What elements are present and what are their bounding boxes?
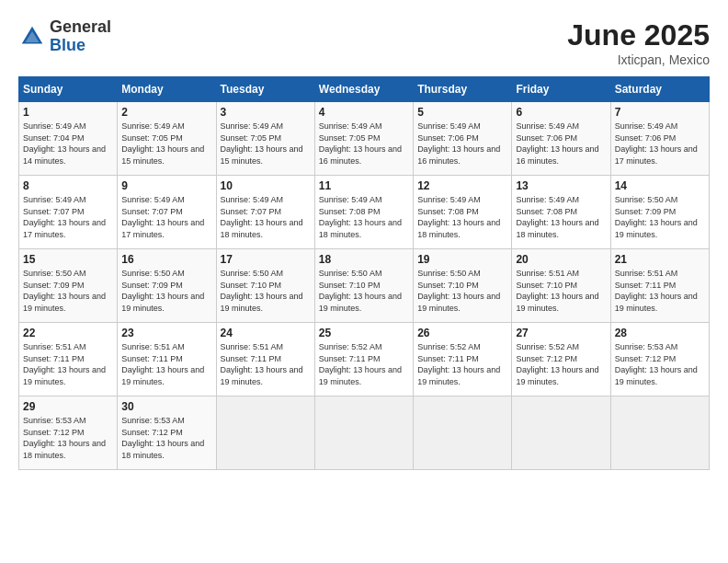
logo-icon [18,23,46,51]
calendar-cell: 12Sunrise: 5:49 AM Sunset: 7:08 PM Dayli… [414,176,512,249]
day-number: 8 [23,179,113,192]
day-number: 30 [121,400,211,413]
calendar-cell: 18Sunrise: 5:50 AM Sunset: 7:10 PM Dayli… [314,249,413,323]
calendar-week-1: 1Sunrise: 5:49 AM Sunset: 7:04 PM Daylig… [19,102,710,176]
day-number: 15 [23,253,113,266]
day-info: Sunrise: 5:49 AM Sunset: 7:07 PM Dayligh… [23,194,113,240]
day-info: Sunrise: 5:49 AM Sunset: 7:05 PM Dayligh… [121,121,211,167]
day-number: 22 [23,327,113,339]
day-info: Sunrise: 5:49 AM Sunset: 7:04 PM Dayligh… [23,121,113,167]
logo-blue: Blue [50,37,111,55]
day-number: 4 [319,106,409,119]
calendar-cell: 5Sunrise: 5:49 AM Sunset: 7:06 PM Daylig… [414,102,512,176]
day-info: Sunrise: 5:50 AM Sunset: 7:10 PM Dayligh… [221,268,311,314]
day-info: Sunrise: 5:53 AM Sunset: 7:12 PM Dayligh… [23,415,113,461]
calendar-cell: 16Sunrise: 5:50 AM Sunset: 7:09 PM Dayli… [118,249,216,323]
page-header: General Blue June 2025 Ixticpan, Mexico [18,18,710,67]
day-info: Sunrise: 5:49 AM Sunset: 7:06 PM Dayligh… [516,121,606,167]
header-tuesday: Tuesday [216,77,314,102]
logo: General Blue [18,18,111,55]
day-info: Sunrise: 5:49 AM Sunset: 7:06 PM Dayligh… [615,121,705,167]
calendar-table: Sunday Monday Tuesday Wednesday Thursday… [18,76,710,470]
calendar-cell: 15Sunrise: 5:50 AM Sunset: 7:09 PM Dayli… [19,249,118,323]
day-number: 3 [221,106,311,119]
day-number: 20 [516,253,606,266]
day-number: 14 [615,179,705,192]
calendar-cell: 19Sunrise: 5:50 AM Sunset: 7:10 PM Dayli… [414,249,512,323]
calendar-title: June 2025 [567,18,710,52]
day-number: 6 [516,106,606,119]
day-number: 11 [319,179,409,192]
logo-text: General Blue [50,18,111,55]
calendar-cell: 6Sunrise: 5:49 AM Sunset: 7:06 PM Daylig… [512,102,610,176]
day-info: Sunrise: 5:50 AM Sunset: 7:09 PM Dayligh… [615,194,705,240]
calendar-cell: 24Sunrise: 5:51 AM Sunset: 7:11 PM Dayli… [216,323,314,396]
day-number: 24 [221,327,311,339]
calendar-cell: 23Sunrise: 5:51 AM Sunset: 7:11 PM Dayli… [118,323,216,396]
header-thursday: Thursday [414,77,512,102]
calendar-week-2: 8Sunrise: 5:49 AM Sunset: 7:07 PM Daylig… [19,176,710,249]
calendar-cell [414,396,512,470]
day-info: Sunrise: 5:52 AM Sunset: 7:12 PM Dayligh… [516,341,606,387]
day-info: Sunrise: 5:50 AM Sunset: 7:09 PM Dayligh… [121,268,211,314]
calendar-cell: 21Sunrise: 5:51 AM Sunset: 7:11 PM Dayli… [610,249,709,323]
calendar-cell: 8Sunrise: 5:49 AM Sunset: 7:07 PM Daylig… [19,176,118,249]
calendar-cell: 26Sunrise: 5:52 AM Sunset: 7:11 PM Dayli… [414,323,512,396]
header-monday: Monday [118,77,216,102]
day-number: 29 [23,400,113,413]
header-saturday: Saturday [610,77,709,102]
day-info: Sunrise: 5:50 AM Sunset: 7:10 PM Dayligh… [417,268,507,314]
calendar-cell [216,396,314,470]
calendar-cell: 30Sunrise: 5:53 AM Sunset: 7:12 PM Dayli… [118,396,216,470]
calendar-cell: 29Sunrise: 5:53 AM Sunset: 7:12 PM Dayli… [19,396,118,470]
calendar-cell: 2Sunrise: 5:49 AM Sunset: 7:05 PM Daylig… [118,102,216,176]
day-number: 2 [121,106,211,119]
day-info: Sunrise: 5:53 AM Sunset: 7:12 PM Dayligh… [121,415,211,461]
day-number: 27 [516,327,606,339]
calendar-cell: 4Sunrise: 5:49 AM Sunset: 7:05 PM Daylig… [314,102,413,176]
calendar-cell: 3Sunrise: 5:49 AM Sunset: 7:05 PM Daylig… [216,102,314,176]
day-info: Sunrise: 5:49 AM Sunset: 7:08 PM Dayligh… [319,194,409,240]
header-wednesday: Wednesday [314,77,413,102]
day-number: 19 [417,253,507,266]
calendar-cell: 17Sunrise: 5:50 AM Sunset: 7:10 PM Dayli… [216,249,314,323]
day-info: Sunrise: 5:49 AM Sunset: 7:05 PM Dayligh… [319,121,409,167]
day-number: 23 [121,327,211,339]
calendar-cell: 1Sunrise: 5:49 AM Sunset: 7:04 PM Daylig… [19,102,118,176]
day-info: Sunrise: 5:51 AM Sunset: 7:11 PM Dayligh… [121,341,211,387]
day-info: Sunrise: 5:49 AM Sunset: 7:07 PM Dayligh… [121,194,211,240]
day-number: 25 [319,327,409,339]
day-info: Sunrise: 5:50 AM Sunset: 7:09 PM Dayligh… [23,268,113,314]
day-number: 18 [319,253,409,266]
day-info: Sunrise: 5:51 AM Sunset: 7:11 PM Dayligh… [615,268,705,314]
calendar-week-5: 29Sunrise: 5:53 AM Sunset: 7:12 PM Dayli… [19,396,710,470]
day-info: Sunrise: 5:49 AM Sunset: 7:08 PM Dayligh… [516,194,606,240]
header-friday: Friday [512,77,610,102]
calendar-week-3: 15Sunrise: 5:50 AM Sunset: 7:09 PM Dayli… [19,249,710,323]
calendar-cell [314,396,413,470]
day-info: Sunrise: 5:52 AM Sunset: 7:11 PM Dayligh… [417,341,507,387]
day-number: 12 [417,179,507,192]
calendar-cell: 11Sunrise: 5:49 AM Sunset: 7:08 PM Dayli… [314,176,413,249]
header-sunday: Sunday [19,77,118,102]
calendar-cell: 9Sunrise: 5:49 AM Sunset: 7:07 PM Daylig… [118,176,216,249]
title-block: June 2025 Ixticpan, Mexico [567,18,710,67]
day-info: Sunrise: 5:51 AM Sunset: 7:11 PM Dayligh… [221,341,311,387]
day-info: Sunrise: 5:49 AM Sunset: 7:06 PM Dayligh… [417,121,507,167]
day-info: Sunrise: 5:49 AM Sunset: 7:08 PM Dayligh… [417,194,507,240]
calendar-cell [610,396,709,470]
day-info: Sunrise: 5:52 AM Sunset: 7:11 PM Dayligh… [319,341,409,387]
calendar-cell: 25Sunrise: 5:52 AM Sunset: 7:11 PM Dayli… [314,323,413,396]
calendar-cell [512,396,610,470]
day-info: Sunrise: 5:53 AM Sunset: 7:12 PM Dayligh… [615,341,705,387]
calendar-subtitle: Ixticpan, Mexico [567,52,710,67]
day-info: Sunrise: 5:49 AM Sunset: 7:07 PM Dayligh… [221,194,311,240]
day-info: Sunrise: 5:51 AM Sunset: 7:11 PM Dayligh… [23,341,113,387]
day-number: 1 [23,106,113,119]
calendar-cell: 27Sunrise: 5:52 AM Sunset: 7:12 PM Dayli… [512,323,610,396]
calendar-cell: 22Sunrise: 5:51 AM Sunset: 7:11 PM Dayli… [19,323,118,396]
day-number: 17 [221,253,311,266]
calendar-cell: 20Sunrise: 5:51 AM Sunset: 7:10 PM Dayli… [512,249,610,323]
day-number: 16 [121,253,211,266]
calendar-cell: 7Sunrise: 5:49 AM Sunset: 7:06 PM Daylig… [610,102,709,176]
